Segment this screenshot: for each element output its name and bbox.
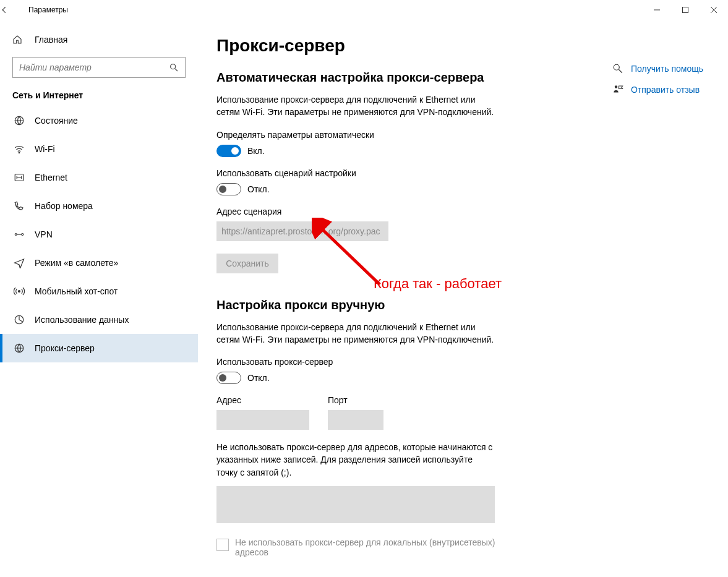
manual-port-label: Порт [328,395,383,405]
svg-point-4 [171,64,176,69]
manual-description: Использование прокси-сервера для подключ… [216,321,501,346]
script-address-input[interactable] [216,221,388,241]
page-title: Прокси-сервер [216,36,581,56]
help-icon [612,63,623,74]
sidebar-item-label: Набор номера [35,201,93,211]
manual-address-label: Адрес [216,395,309,405]
back-button[interactable] [0,6,28,14]
svg-point-11 [19,291,20,293]
svg-point-10 [22,234,24,236]
sidebar-item-datausage[interactable]: Использование данных [0,306,198,334]
svg-point-16 [615,85,618,88]
feedback-link[interactable]: Отправить отзыв [612,84,703,95]
wifi-icon [12,143,26,155]
home-label: Главная [35,35,67,45]
sidebar-category: Сеть и Интернет [0,87,198,106]
script-state: Откл. [247,184,270,194]
sidebar-item-label: VPN [35,229,53,239]
svg-point-7 [19,152,20,153]
use-proxy-state: Откл. [247,373,270,383]
hotspot-icon [12,286,26,297]
use-proxy-label: Использовать прокси-сервер [216,357,581,367]
script-label: Использовать сценарий настройки [216,168,581,178]
sidebar-item-label: Wi-Fi [35,144,55,154]
sidebar-item-ethernet[interactable]: Ethernet [0,163,198,192]
sidebar-item-label: Прокси-сервер [35,343,95,353]
status-icon [12,115,26,126]
svg-point-9 [15,234,17,236]
datausage-icon [12,314,26,325]
sidebar-item-label: Мобильный хот-спот [35,286,118,296]
sidebar-item-proxy[interactable]: Прокси-сервер [0,334,198,362]
use-proxy-toggle[interactable] [216,372,241,384]
svg-line-5 [175,69,178,71]
sidebar-item-label: Режим «в самолете» [35,258,118,268]
sidebar-item-label: Использование данных [35,315,129,325]
help-links: Получить помощь Отправить отзыв [612,63,703,105]
sidebar-item-hotspot[interactable]: Мобильный хот-спот [0,277,198,306]
ethernet-icon [12,172,26,183]
search-icon [169,62,181,72]
detect-state: Вкл. [247,146,265,156]
feedback-label: Отправить отзыв [631,85,700,95]
svg-rect-1 [683,7,688,13]
maximize-button[interactable] [671,0,700,20]
manual-port-input[interactable] [328,410,383,430]
sidebar-item-status[interactable]: Состояние [0,106,198,135]
sidebar-item-dialup[interactable]: Набор номера [0,192,198,220]
sidebar-home[interactable]: Главная [0,27,198,52]
dialup-icon [12,200,26,212]
minimize-button[interactable] [643,0,671,20]
auto-heading: Автоматическая настройка прокси-сервера [216,71,581,85]
detect-label: Определять параметры автоматически [216,130,581,140]
svg-line-15 [619,70,622,73]
manual-heading: Настройка прокси вручную [216,298,581,312]
annotation-text: Когда так - работает [374,276,502,292]
vpn-icon [12,229,26,240]
sidebar-item-label: Ethernet [35,173,67,182]
proxy-icon [12,343,26,354]
save-label: Сохранить [226,259,269,268]
local-checkbox[interactable] [216,539,229,551]
get-help-link[interactable]: Получить помощь [612,63,703,74]
sidebar-item-label: Состояние [35,116,78,126]
sidebar-item-wifi[interactable]: Wi-Fi [0,135,198,163]
search-box[interactable] [12,57,186,78]
script-toggle[interactable] [216,183,241,195]
exceptions-input[interactable] [216,486,495,523]
manual-address-input[interactable] [216,410,309,430]
sidebar-item-vpn[interactable]: VPN [0,220,198,249]
script-address-label: Адрес сценария [216,207,581,216]
home-icon [12,35,26,45]
save-button[interactable]: Сохранить [216,254,278,273]
close-button[interactable] [700,0,728,20]
detect-toggle[interactable] [216,145,241,157]
airplane-icon [12,257,26,268]
titlebar: Параметры [0,0,728,20]
main: Прокси-сервер Автоматическая настройка п… [198,20,728,577]
svg-point-14 [614,64,619,70]
feedback-icon [612,84,623,95]
window-title: Параметры [28,6,643,14]
exceptions-label: Не использовать прокси-сервер для адресо… [216,441,495,479]
auto-description: Использование прокси-сервера для подключ… [216,93,501,119]
sidebar: Главная Сеть и Интернет Состояние Wi-Fi [0,20,198,577]
search-input[interactable] [19,62,169,72]
get-help-label: Получить помощь [631,64,703,74]
sidebar-item-airplane[interactable]: Режим «в самолете» [0,249,198,277]
local-checkbox-label: Не использовать прокси-сервер для локаль… [235,537,513,557]
